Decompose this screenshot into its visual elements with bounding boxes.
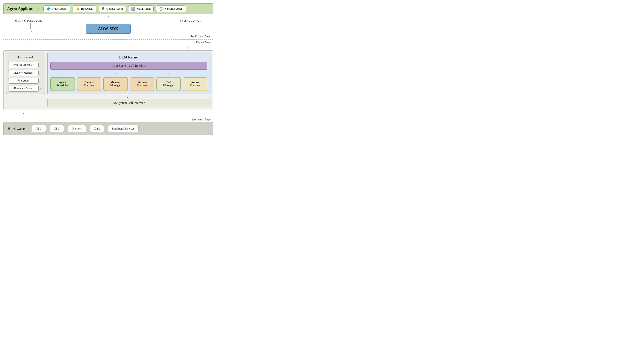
mgr-arrow-3: ↕ [103,72,128,75]
narrative-agent-label: Narrative Agent [164,7,183,11]
hardware-driver-row: Hardware Driver ↔ [8,86,43,92]
left-arrow-col: → [3,24,58,34]
hardware-layer-text: Hardware Layer [192,118,212,121]
access-manager-box: AccessManager [183,77,207,91]
rec-icon: 👍 [76,7,80,11]
syscall-left: → [6,99,45,107]
llm-label: LLM Related Calls [180,20,202,23]
hw-layer-separator [3,117,213,117]
nonllm-label: Non-LLM Related Calls [15,20,42,23]
mgr-arrow-6: ↕ [183,72,207,75]
gpu-box: GPU [50,125,64,132]
tool-manager-label: ToolManager [163,81,174,87]
hw-driver-arrow: ↔ [40,87,43,90]
syscall-manager-arrows: ↕ ↕ ↕ ↕ ↕ ↕ [50,72,207,75]
mgr-arrow-1: ↕ [50,72,75,75]
mgr-arrow-5: ↕ [156,72,181,75]
narrative-icon: 📋 [159,7,163,11]
sdk-row: → AIOS SDK ← [3,24,213,34]
coding-agent-label: Coding Agent [106,7,123,11]
hardware-label: Hardware [8,126,24,131]
coding-agent-box: 🖥 Coding Agent [99,6,126,12]
syscall-right: OS System Call Interface [47,99,210,107]
kernel-combined-box: OS Kernel Process Scheduler ← Memory Man… [3,50,213,109]
rec-agent-label: Rec Agent [81,7,94,11]
coding-icon: 🖥 [102,7,105,11]
left-line [30,24,31,29]
filesystem-row: Filesystem ← [8,78,43,84]
right-down-arrow: ↓ [188,45,190,49]
tool-manager-box: ToolManager [156,77,181,91]
app-sdk-arrow-area: ↕ [3,14,213,20]
llm-syscall-bar: LLM System Call Interface [50,62,207,70]
process-scheduler-box: Process Scheduler [8,62,38,68]
application-layer-label: Application Layer [3,34,213,38]
mgr-arrow-4: ↕ [130,72,154,75]
storage-manager-label: StorageManager [137,81,147,87]
app-kernel-separator [3,39,213,40]
right-arrow-col: ← [158,24,213,34]
aios-sdk-box: AIOS SDK [86,24,131,34]
storage-manager-box: StorageManager [130,77,154,91]
llm-os-bidirectional: ↕ [127,94,129,99]
memory-box: Memory [68,125,86,132]
application-layer-text: Application Layer [190,35,212,38]
right-arrow: ← [184,29,188,34]
context-manager-box: ContextManager [77,77,102,91]
process-scheduler-arrow: ← [40,63,43,67]
left-arrow-down: → [29,29,33,34]
memory-manager-llm-label: MemoryManager [110,81,121,87]
memory-manager-os-box: Memory Manager [8,70,38,76]
cpu-box: CPU [32,125,46,132]
kernel-layer-label: Kernel Layer [3,40,213,45]
kernel-layer-text: Kernel Layer [196,41,212,44]
math-agent-box: 🔢 Math Agent [128,6,154,12]
os-kernel-box: OS Kernel Process Scheduler ← Memory Man… [6,53,45,94]
math-agent-label: Math Agent [137,7,151,11]
sdk-label: AIOS SDK [98,26,118,31]
memory-manager-arrow: ← [40,71,43,75]
llm-kernel-title: LLM Kernel [50,55,207,60]
main-diagram: Agent Applications 🧳 Travel Agent 👍 Rec … [3,3,213,135]
app-sdk-arrow: ↕ [107,15,109,20]
filesystem-box: Filesystem [8,78,38,84]
sdk-section: Non-LLM Related Calls LLM Related Calls … [3,20,213,34]
memory-manager-llm-box: MemoryManager [103,77,128,91]
sdk-labels: Non-LLM Related Calls LLM Related Calls [3,20,213,24]
agent-scheduler-label: AgentScheduler [57,81,68,87]
hardware-row: Hardware CPU GPU Memory Disk Peripheral … [3,122,213,135]
math-icon: 🔢 [131,7,135,11]
kernel-inner-row: OS Kernel Process Scheduler ← Memory Man… [6,53,210,94]
travel-agent-label: Travel Agent [52,7,67,11]
mgr-arrow-2: ↕ [77,72,102,75]
peripheral-box: Peripheral Devices [108,125,139,132]
syscall-wrapper: → OS System Call Interface [6,99,210,107]
agent-scheduler-box: AgentScheduler [50,77,75,91]
left-down-arrow: ↓ [27,45,29,49]
agent-apps-label: Agent Applications [7,7,39,11]
kernel-hw-arrow: ↕ [3,110,213,115]
llm-kernel-box: LLM Kernel LLM System Call Interface ↕ ↕… [47,53,210,94]
memory-manager-row: Memory Manager ← [8,70,43,76]
disk-box: Disk [90,125,104,132]
travel-icon: 🧳 [46,7,50,11]
hardware-layer-label: Hardware Layer [3,118,213,122]
os-kernel-title: OS Kernel [8,55,43,59]
travel-agent-box: 🧳 Travel Agent [44,6,70,12]
process-scheduler-row: Process Scheduler ← [8,62,43,68]
rec-agent-box: 👍 Rec Agent [72,6,96,12]
filesystem-arrow: ← [40,79,43,83]
llm-managers-row: AgentScheduler ContextManager MemoryMana… [50,77,207,91]
kernel-hw-down-arrow: ↕ [23,110,25,115]
hw-driver-to-syscall-arrow: → [42,101,45,105]
narrative-agent-box: 📋 Narrative Agent [156,6,186,12]
sdk-to-kernel-arrows: ↓ ↓ [3,45,213,49]
llm-os-arrow: ↕ [6,94,210,99]
access-manager-label: AccessManager [190,81,200,87]
agent-applications-row: Agent Applications 🧳 Travel Agent 👍 Rec … [3,3,213,14]
context-manager-label: ContextManager [84,81,94,87]
hardware-driver-box: Hardware Driver [8,86,38,92]
os-syscall-bar: OS System Call Interface [47,99,210,107]
